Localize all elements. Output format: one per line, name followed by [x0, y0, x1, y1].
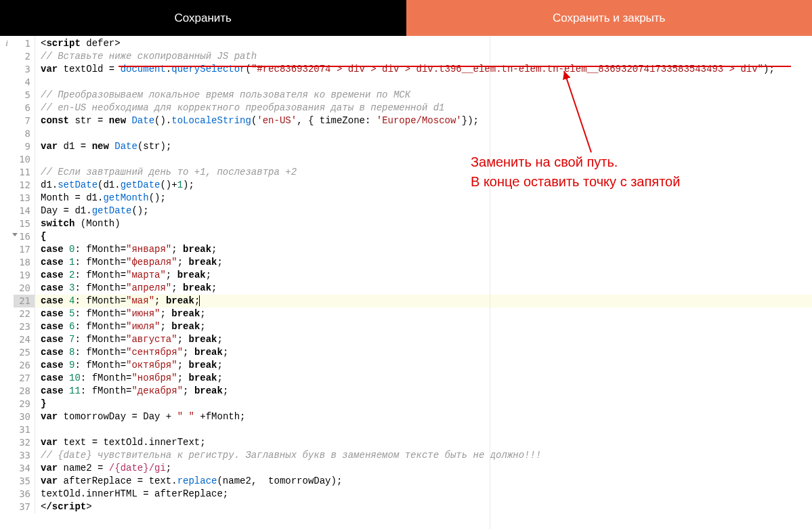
code-line: // Преобразовываем локальное время польз… [41, 89, 812, 102]
code-line: // Если завтрашний день то +1, послезавт… [41, 166, 812, 179]
code-line: { [41, 230, 812, 243]
line-number: 26 [14, 359, 35, 372]
line-number: 30 [14, 410, 35, 423]
info-icon: i [5, 38, 8, 48]
code-line: const str = new Date().toLocaleString('e… [41, 114, 812, 127]
code-line: // en-US необходима для корректного прео… [41, 102, 812, 114]
line-number: 13 [14, 192, 35, 205]
code-line [41, 423, 812, 436]
line-number: 11 [14, 166, 35, 179]
code-line: // Вставьте ниже скопированный JS path [41, 50, 812, 63]
fold-icon[interactable] [12, 233, 18, 236]
code-line: case 1: fMonth="февраля"; break; [41, 256, 812, 269]
code-line: // {date} чувствительна к регистру. Загл… [41, 449, 812, 462]
code-line: <script defer> [41, 37, 812, 50]
text-cursor [199, 295, 200, 306]
line-number: 35 [14, 475, 35, 488]
code-line: textOld.innerHTML = afterReplace; [41, 488, 812, 501]
line-number: 27 [14, 372, 35, 385]
code-line: case 2: fMonth="марта"; break; [41, 269, 812, 282]
code-editor[interactable]: i 1 2 3 4 5 6 7 8 9 10 11 12 13 14 15 16… [0, 36, 812, 513]
code-line: case 11: fMonth="декабря"; break; [41, 385, 812, 398]
save-button[interactable]: Сохранить [0, 0, 406, 36]
line-number: 3 [14, 63, 35, 76]
code-line: case 5: fMonth="июня"; break; [41, 308, 812, 320]
code-line: switch (Month) [41, 217, 812, 230]
toolbar: Сохранить Сохранить и закрыть [0, 0, 812, 36]
code-line: var name2 = /{date}/gi; [41, 462, 812, 475]
line-number: 29 [14, 398, 35, 410]
annotation-text: Заменить на свой путь. В конце оставить … [471, 152, 680, 192]
code-line: case 8: fMonth="сентября"; break; [41, 346, 812, 359]
code-line [41, 153, 812, 166]
code-line: var tomorrowDay = Day + " " +fMonth; [41, 410, 812, 423]
code-line: var d1 = new Date(str); [41, 140, 812, 153]
line-number: 21 [14, 295, 35, 308]
line-number: 7 [14, 114, 35, 127]
line-number: 33 [14, 449, 35, 462]
code-line: case 7: fMonth="августа"; break; [41, 333, 812, 346]
code-line: case 6: fMonth="июля"; break; [41, 320, 812, 333]
code-line: case 9: fMonth="октября"; break; [41, 359, 812, 372]
line-number: 15 [14, 217, 35, 230]
code-line: case 0: fMonth="января"; break; [41, 243, 812, 256]
line-number: 28 [14, 385, 35, 398]
annotation-underline [119, 66, 791, 67]
line-number: 1 [14, 37, 35, 50]
line-number: 10 [14, 153, 35, 166]
code-line: case 10: fMonth="ноября"; break; [41, 372, 812, 385]
line-number-gutter: 1 2 3 4 5 6 7 8 9 10 11 12 13 14 15 16 1… [14, 36, 35, 513]
code-line: case 4: fMonth="мая"; break; [41, 295, 812, 308]
code-line: case 3: fMonth="апреля"; break; [41, 282, 812, 295]
code-line: Month = d1.getMonth(); [41, 192, 812, 205]
line-number: 34 [14, 462, 35, 475]
line-number: 19 [14, 269, 35, 282]
code-line: var textOld = document.querySelector("#r… [41, 63, 812, 76]
code-line [41, 127, 812, 140]
line-number: 5 [14, 89, 35, 102]
code-line: var afterReplace = text.replace(name2, t… [41, 475, 812, 488]
line-number: 36 [14, 488, 35, 501]
save-and-close-button[interactable]: Сохранить и закрыть [406, 0, 813, 36]
line-number: 23 [14, 320, 35, 333]
annotation-arrow-icon [561, 68, 601, 156]
info-gutter: i [0, 36, 14, 513]
line-number: 20 [14, 282, 35, 295]
line-number: 18 [14, 256, 35, 269]
code-line: </script> [41, 501, 812, 513]
line-number: 6 [14, 102, 35, 114]
line-number: 2 [14, 50, 35, 63]
line-number: 9 [14, 140, 35, 153]
code-area[interactable]: <script defer> // Вставьте ниже скопиров… [35, 36, 812, 513]
line-number: 31 [14, 423, 35, 436]
line-number: 8 [14, 127, 35, 140]
line-number: 14 [14, 205, 35, 217]
line-number: 24 [14, 333, 35, 346]
code-line: d1.setDate(d1.getDate()+1); [41, 179, 812, 192]
line-number: 25 [14, 346, 35, 359]
code-line [41, 76, 812, 89]
line-number: 22 [14, 308, 35, 320]
editor-margin-line [490, 36, 490, 529]
line-number: 37 [14, 501, 35, 513]
code-line: } [41, 398, 812, 410]
svg-line-0 [564, 71, 591, 152]
code-line: var text = textOld.innerText; [41, 436, 812, 449]
line-number: 16 [14, 230, 35, 243]
line-number: 12 [14, 179, 35, 192]
line-number: 32 [14, 436, 35, 449]
line-number: 17 [14, 243, 35, 256]
code-line: Day = d1.getDate(); [41, 205, 812, 217]
line-number: 4 [14, 76, 35, 89]
